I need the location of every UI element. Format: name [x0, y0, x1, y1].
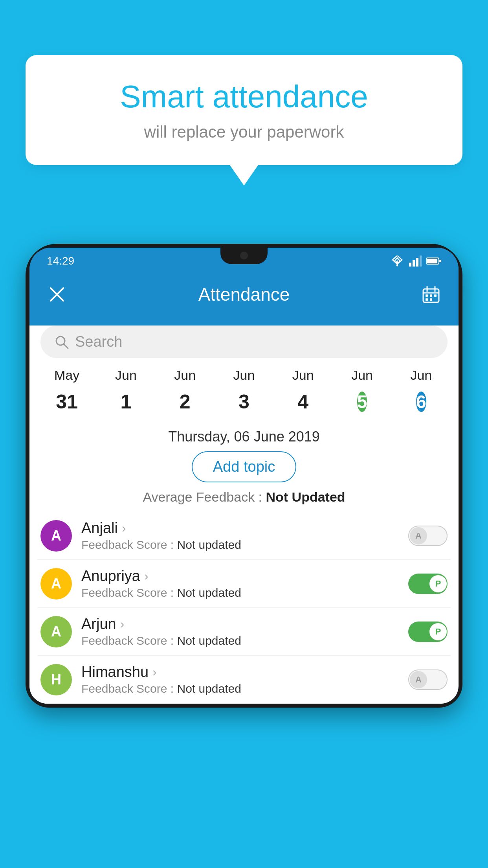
- svg-line-20: [64, 344, 68, 348]
- cal-month-2: Jun: [160, 368, 211, 383]
- student-list: A Anjali › Feedback Score : Not updated: [29, 512, 459, 704]
- toggle-anupriya[interactable]: P: [408, 574, 448, 594]
- student-item-anupriya[interactable]: A Anupriya › Feedback Score : Not update…: [37, 560, 451, 608]
- search-placeholder: Search: [75, 333, 122, 350]
- avatar-arjun: A: [40, 616, 72, 647]
- student-info-arjun: Arjun › Feedback Score : Not updated: [81, 616, 408, 647]
- cal-date-6[interactable]: 6: [396, 384, 447, 419]
- calendar-icon[interactable]: [421, 284, 441, 305]
- speech-bubble-container: Smart attendance will replace your paper…: [26, 55, 462, 165]
- wifi-icon: [390, 256, 404, 267]
- cal-month-5: Jun: [337, 368, 388, 383]
- close-button[interactable]: [47, 284, 67, 305]
- search-bar[interactable]: Search: [40, 326, 448, 358]
- add-topic-button[interactable]: Add topic: [192, 451, 296, 482]
- svg-point-0: [396, 265, 398, 267]
- cal-month-3: Jun: [218, 368, 270, 383]
- app-content: Search May Jun Jun Jun Jun Jun Jun 31 1 …: [29, 326, 459, 704]
- svg-rect-15: [430, 294, 432, 297]
- phone-screen: 14:29: [29, 248, 459, 704]
- svg-rect-1: [409, 263, 411, 267]
- avg-feedback-label: Average Feedback :: [143, 489, 262, 504]
- toggle-arjun[interactable]: P: [408, 622, 448, 642]
- svg-rect-14: [426, 294, 428, 297]
- speech-bubble-title: Smart attendance: [45, 79, 443, 115]
- phone-notch: [220, 248, 268, 264]
- student-item-anjali[interactable]: A Anjali › Feedback Score : Not updated: [37, 512, 451, 560]
- chevron-icon: ›: [122, 521, 126, 535]
- cal-date-1[interactable]: 1: [100, 390, 151, 414]
- avatar-anupriya: A: [40, 568, 72, 600]
- selected-date-label: Thursday, 06 June 2019: [29, 419, 459, 451]
- cal-date-2[interactable]: 2: [160, 390, 211, 414]
- cal-date-0[interactable]: 31: [41, 390, 92, 414]
- app-header: Attendance: [29, 273, 459, 316]
- cal-month-4: Jun: [277, 368, 328, 383]
- student-info-anupriya: Anupriya › Feedback Score : Not updated: [81, 568, 408, 600]
- avg-feedback-value: Not Updated: [266, 489, 345, 504]
- cal-date-3[interactable]: 3: [218, 390, 270, 414]
- header-title: Attendance: [198, 284, 290, 305]
- cal-date-5[interactable]: 5: [337, 384, 388, 419]
- status-icons: [390, 256, 441, 267]
- student-feedback-himanshu: Feedback Score : Not updated: [81, 682, 408, 695]
- calendar-dates[interactable]: 31 1 2 3 4 5 6: [29, 384, 459, 419]
- cal-month-6: Jun: [396, 368, 447, 383]
- speech-bubble-subtitle: will replace your paperwork: [45, 123, 443, 142]
- status-time: 14:29: [47, 255, 74, 267]
- toggle-himanshu[interactable]: A: [408, 669, 448, 690]
- student-name-anjali: Anjali ›: [81, 520, 408, 537]
- svg-rect-17: [426, 298, 428, 301]
- avatar-anjali: A: [40, 520, 72, 552]
- student-info-himanshu: Himanshu › Feedback Score : Not updated: [81, 664, 408, 695]
- camera: [240, 252, 248, 259]
- student-name-anupriya: Anupriya ›: [81, 568, 408, 585]
- svg-rect-4: [420, 256, 422, 267]
- student-info-anjali: Anjali › Feedback Score : Not updated: [81, 520, 408, 552]
- battery-icon: [426, 257, 441, 265]
- search-icon: [55, 335, 69, 349]
- chevron-icon: ›: [152, 665, 157, 679]
- avatar-himanshu: H: [40, 664, 72, 695]
- svg-rect-2: [413, 260, 415, 267]
- student-item-himanshu[interactable]: H Himanshu › Feedback Score : Not update…: [37, 656, 451, 704]
- student-feedback-anjali: Feedback Score : Not updated: [81, 538, 408, 552]
- phone-container: 14:29: [26, 244, 462, 868]
- speech-bubble: Smart attendance will replace your paper…: [26, 55, 462, 165]
- cal-month-1: Jun: [100, 368, 151, 383]
- avg-feedback: Average Feedback : Not Updated: [29, 482, 459, 512]
- svg-rect-7: [439, 260, 441, 262]
- student-feedback-arjun: Feedback Score : Not updated: [81, 634, 408, 647]
- svg-rect-3: [416, 258, 418, 267]
- student-name-himanshu: Himanshu ›: [81, 664, 408, 680]
- toggle-anjali[interactable]: A: [408, 526, 448, 546]
- student-name-arjun: Arjun ›: [81, 616, 408, 633]
- cal-month-0: May: [41, 368, 92, 383]
- cal-date-4[interactable]: 4: [277, 390, 328, 414]
- chevron-icon: ›: [144, 569, 149, 583]
- student-feedback-anupriya: Feedback Score : Not updated: [81, 586, 408, 600]
- svg-rect-18: [430, 298, 432, 301]
- student-item-arjun[interactable]: A Arjun › Feedback Score : Not updated: [37, 608, 451, 656]
- calendar-months: May Jun Jun Jun Jun Jun Jun: [29, 368, 459, 383]
- svg-rect-16: [434, 294, 437, 297]
- phone-frame: 14:29: [26, 244, 462, 708]
- svg-rect-6: [427, 259, 437, 263]
- signal-icon: [409, 256, 422, 267]
- chevron-icon: ›: [120, 617, 125, 631]
